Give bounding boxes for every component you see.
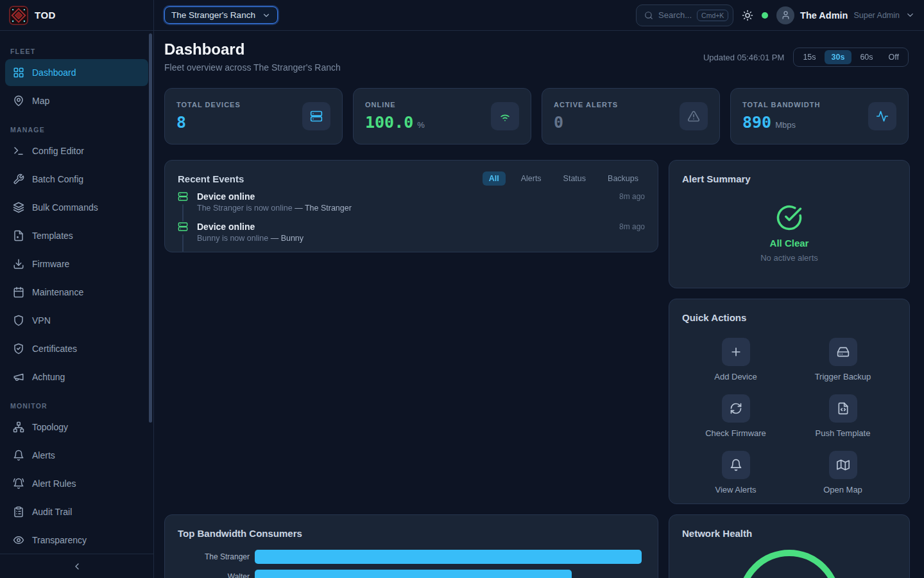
events-tab-status[interactable]: Status [557, 171, 592, 186]
fleet-selector-value: The Stranger's Ranch [171, 10, 255, 20]
refresh-interval-group: 15s30s60sOff [793, 48, 909, 67]
network-health-title: Network Health [682, 528, 752, 539]
sidebar-item-alert-rules[interactable]: Alert Rules [5, 470, 148, 497]
stat-card-online: ONLINE100.0% [353, 88, 531, 144]
event-device-name: — Bunny [268, 234, 304, 243]
theme-toggle-button[interactable] [742, 10, 753, 21]
layers-icon [13, 202, 24, 213]
sidebar-item-config-editor[interactable]: Config Editor [5, 137, 148, 164]
quick-action-icon-chip [829, 451, 857, 479]
refresh-interval-15s[interactable]: 15s [796, 50, 823, 64]
quick-action-label: Check Firmware [705, 428, 766, 438]
layout-grid-icon [13, 67, 24, 78]
bell-ring-icon [13, 478, 24, 489]
refresh-interval-60s[interactable]: 60s [853, 50, 880, 64]
stat-value: 100.0 [365, 113, 413, 132]
stat-cards: TOTAL DEVICES8ONLINE100.0%ACTIVE ALERTS0… [164, 88, 909, 144]
sidebar-item-bulk-commands[interactable]: Bulk Commands [5, 194, 148, 221]
stat-value: 890 [742, 113, 771, 132]
bandwidth-title: Top Bandwidth Consumers [178, 528, 302, 539]
quick-action-icon-chip [829, 394, 857, 423]
quick-action-label: Trigger Backup [815, 372, 871, 381]
sidebar-item-certificates[interactable]: Certificates [5, 335, 148, 362]
quick-action-add-device[interactable]: Add Device [682, 338, 789, 381]
refresh-interval-off[interactable]: Off [882, 50, 906, 64]
quick-action-label: Open Map [823, 485, 862, 495]
hard-drive-icon [837, 346, 850, 358]
bandwidth-bar [255, 570, 572, 578]
sidebar-item-label: Batch Config [32, 174, 83, 184]
quick-action-open-map[interactable]: Open Map [789, 451, 896, 495]
bell-icon [730, 459, 742, 471]
sidebar-item-achtung[interactable]: Achtung [5, 363, 148, 390]
sidebar-item-dashboard[interactable]: Dashboard [5, 59, 148, 86]
stat-icon-chip [302, 102, 330, 130]
sidebar-item-map[interactable]: Map [5, 87, 148, 114]
sidebar-item-audit-trail[interactable]: Audit Trail [5, 498, 148, 525]
quick-action-icon-chip [829, 338, 857, 366]
avatar [776, 6, 794, 24]
sidebar-item-label: Alerts [32, 450, 55, 460]
sidebar-item-label: Dashboard [32, 67, 76, 78]
events-tab-backups[interactable]: Backups [601, 171, 645, 186]
sidebar-section-label: MANAGE [10, 126, 143, 134]
fleet-selector[interactable]: The Stranger's Ranch [164, 6, 278, 24]
sidebar-item-label: Firmware [32, 259, 69, 269]
sidebar-item-label: Templates [32, 231, 73, 241]
quick-action-push-template[interactable]: Push Template [789, 394, 896, 438]
sidebar-item-batch-config[interactable]: Batch Config [5, 166, 148, 193]
event-title: Device online [197, 191, 255, 202]
quick-action-view-alerts[interactable]: View Alerts [682, 451, 789, 495]
search-input[interactable]: Search... Cmd+K [636, 4, 733, 26]
event-device-name: — The Stranger [293, 204, 352, 213]
events-tab-all[interactable]: All [483, 171, 506, 186]
refresh-interval-30s[interactable]: 30s [825, 50, 852, 64]
sidebar-item-topology[interactable]: Topology [5, 414, 148, 441]
search-placeholder: Search... [658, 10, 692, 20]
sidebar-item-transparency[interactable]: Transparency [5, 527, 148, 554]
quick-action-check-firmware[interactable]: Check Firmware [682, 394, 789, 438]
event-timeline-line [182, 234, 184, 252]
sidebar-collapse-button[interactable] [0, 554, 153, 578]
event-row: Device online8m agoThe Stranger is now o… [178, 191, 645, 222]
network-health-panel: Network Health 100 [669, 514, 910, 578]
recent-events-panel: Recent Events AllAlertsStatusBackups Dev… [164, 160, 658, 252]
event-time: 8m ago [619, 222, 645, 231]
quick-action-label: View Alerts [715, 485, 756, 495]
user-name: The Admin [800, 10, 848, 21]
quick-actions-grid: Add DeviceTrigger BackupCheck FirmwarePu… [682, 338, 896, 495]
plus-icon [730, 346, 742, 358]
main-content: Dashboard Fleet overview across The Stra… [154, 31, 924, 578]
file-code-icon [837, 402, 850, 415]
sidebar-item-vpn[interactable]: VPN [5, 307, 148, 334]
sidebar-item-label: Audit Trail [32, 507, 72, 517]
quick-action-trigger-backup[interactable]: Trigger Backup [789, 338, 896, 381]
sidebar-scrollbar[interactable] [149, 33, 152, 423]
wifi-icon [499, 110, 511, 123]
server-icon [178, 222, 188, 232]
event-description: Bunny is now online — Bunny [197, 234, 645, 243]
stat-card-total-devices: TOTAL DEVICES8 [164, 88, 343, 144]
search-icon [644, 11, 653, 20]
sidebar-item-maintenance[interactable]: Maintenance [5, 279, 148, 306]
sidebar-item-templates[interactable]: Templates [5, 222, 148, 249]
sidebar-item-firmware[interactable]: Firmware [5, 250, 148, 277]
events-list: Device online8m agoThe Stranger is now o… [178, 191, 645, 252]
wrench-icon [13, 173, 24, 185]
quick-action-icon-chip [722, 394, 750, 423]
clipboard-list-icon [13, 506, 24, 518]
sidebar: FLEETDashboardMapMANAGEConfig EditorBatc… [0, 31, 154, 578]
stat-label: ONLINE [365, 101, 425, 109]
sidebar-item-alerts[interactable]: Alerts [5, 442, 148, 469]
user-menu[interactable]: The Admin Super Admin [776, 6, 915, 24]
event-row: Device online8m agoBunny is now online —… [178, 222, 645, 252]
sidebar-section-label: FLEET [10, 48, 143, 55]
terminal-icon [13, 145, 24, 157]
sidebar-item-label: VPN [32, 315, 51, 326]
event-timeline-line [182, 204, 184, 222]
eye-icon [13, 534, 24, 546]
shield-icon [13, 315, 24, 326]
refresh-cw-icon [730, 402, 742, 415]
stat-card-active-alerts: ACTIVE ALERTS0 [542, 88, 720, 144]
events-tab-alerts[interactable]: Alerts [515, 171, 548, 186]
